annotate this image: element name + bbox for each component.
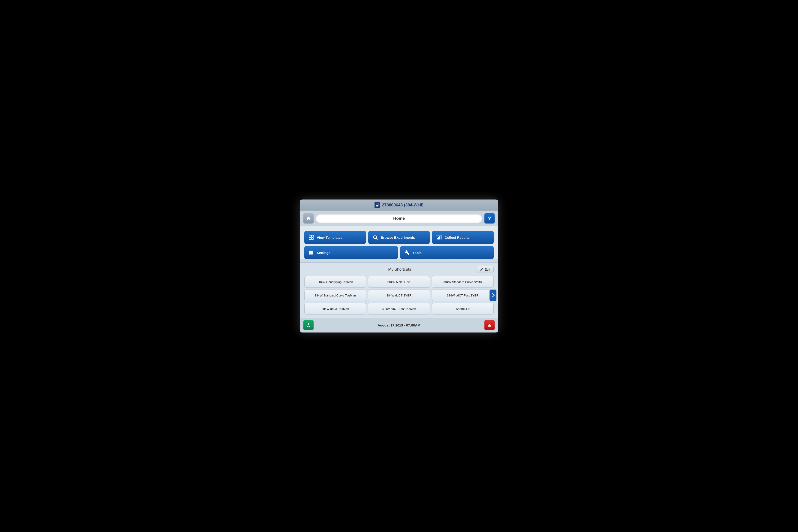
shortcuts-header: My Shortcuts Edit: [304, 266, 494, 273]
shortcuts-grid: 384W Genotyping TaqMan 384W Melt Curve 3…: [304, 276, 494, 315]
svg-rect-19: [309, 253, 313, 254]
svg-rect-5: [309, 238, 311, 240]
browse-experiments-label: Browse Experiments: [381, 235, 415, 240]
shortcut-6[interactable]: 384W ddCT Fast SYBR: [432, 289, 494, 301]
tools-label: Tools: [413, 251, 422, 255]
svg-rect-17: [312, 251, 313, 255]
footer-bar: August 17 2019 - 07:00AM: [300, 318, 498, 332]
edit-label: Edit: [484, 268, 490, 271]
power-icon: [306, 323, 311, 328]
svg-rect-2: [377, 206, 378, 207]
collect-results-icon: [436, 234, 442, 241]
settings-label: Settings: [317, 251, 330, 255]
svg-rect-6: [311, 238, 314, 240]
help-button[interactable]: ?: [484, 213, 495, 224]
svg-rect-12: [441, 235, 442, 240]
svg-rect-18: [309, 252, 313, 252]
svg-rect-4: [311, 235, 314, 237]
page-title: Home: [316, 214, 482, 223]
edit-shortcuts-button[interactable]: Edit: [477, 266, 494, 273]
tools-icon: [404, 249, 410, 256]
svg-rect-16: [311, 251, 312, 255]
shortcut-5[interactable]: 384W ddCT SYBR: [368, 289, 430, 301]
shortcut-2[interactable]: 384W Melt Curve: [368, 276, 430, 288]
shortcuts-next-button[interactable]: [490, 289, 496, 301]
shortcuts-section: My Shortcuts Edit 384W Genotyping TaqMan…: [300, 262, 498, 318]
shortcut-8[interactable]: 384W ddCT Fast TaqMan: [368, 303, 430, 315]
svg-rect-11: [439, 236, 440, 240]
shortcut-4[interactable]: 384W Standard Curve TaqMan: [304, 289, 366, 301]
device-icon: [375, 202, 380, 208]
shortcut-1[interactable]: 384W Genotyping TaqMan: [304, 276, 366, 288]
svg-rect-3: [309, 235, 311, 237]
power-button[interactable]: [303, 320, 314, 330]
svg-rect-15: [310, 251, 311, 255]
tools-button[interactable]: Tools: [400, 246, 494, 259]
shortcut-9[interactable]: Shortcut 9: [432, 303, 494, 315]
svg-rect-13: [436, 235, 441, 235]
collect-results-label: Collect Results: [444, 235, 470, 240]
main-content: View Templates Browse Experiments: [300, 226, 498, 259]
settings-button[interactable]: Settings: [304, 246, 398, 259]
timestamp: August 17 2019 - 07:00AM: [378, 323, 420, 327]
pencil-icon: [480, 268, 483, 271]
svg-rect-10: [438, 237, 439, 240]
title-bar: 278860643 (384-Well): [300, 200, 498, 211]
svg-rect-1: [376, 204, 378, 205]
nav-button-row1: View Templates Browse Experiments: [304, 231, 494, 244]
home-button[interactable]: [303, 213, 314, 224]
eject-button[interactable]: [484, 320, 495, 330]
svg-rect-9: [437, 238, 438, 240]
svg-rect-14: [309, 251, 310, 255]
nav-button-row2: Settings Tools: [304, 246, 494, 259]
question-mark-icon: ?: [488, 215, 491, 222]
header-bar: Home ?: [300, 211, 498, 226]
main-screen: 278860643 (384-Well) Home ?: [300, 200, 498, 332]
eject-icon: [487, 323, 492, 328]
settings-icon: [308, 249, 315, 256]
collect-results-button[interactable]: Collect Results: [432, 231, 494, 244]
shortcut-3[interactable]: 384W Standard Curve SYBR: [432, 276, 494, 288]
svg-line-8: [376, 238, 377, 240]
search-icon: [372, 234, 378, 241]
device-title: 278860643 (384-Well): [382, 203, 423, 208]
shortcut-7[interactable]: 384W ddCT TaqMan: [304, 303, 366, 315]
shortcuts-title: My Shortcuts: [323, 267, 477, 272]
view-templates-icon: [308, 234, 315, 241]
view-templates-label: View Templates: [317, 235, 342, 240]
arrow-right-icon: [491, 293, 495, 298]
browse-experiments-button[interactable]: Browse Experiments: [368, 231, 430, 244]
home-icon: [306, 216, 311, 221]
view-templates-button[interactable]: View Templates: [304, 231, 366, 244]
